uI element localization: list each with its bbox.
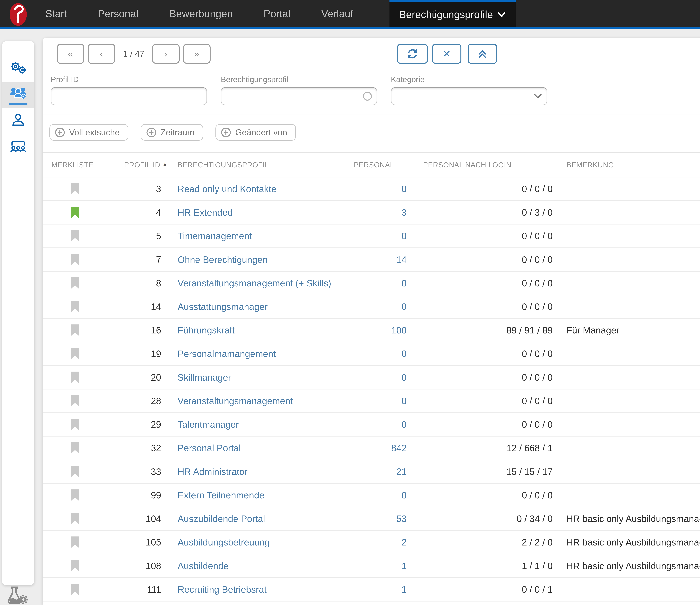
bookmark-toggle[interactable]: [71, 560, 79, 572]
lab-settings-icon[interactable]: [5, 586, 29, 604]
kategorie-select[interactable]: [391, 87, 547, 105]
profile-link[interactable]: Personal Portal: [178, 443, 241, 453]
profile-link[interactable]: HR Administrator: [178, 466, 248, 477]
personal-nach-login-cell: 0 / 0 / 0: [411, 184, 555, 194]
sidebar-item-personal[interactable]: [2, 108, 34, 135]
berechtigungsprofil-input[interactable]: [221, 88, 377, 104]
personal-count-link[interactable]: 53: [396, 513, 407, 524]
bookmark-toggle[interactable]: [71, 395, 79, 407]
header-berechtigungsprofil[interactable]: BERECHTIGUNGSPROFIL: [168, 161, 350, 169]
nav-item-portal[interactable]: Portal: [264, 8, 291, 20]
bookmark-toggle[interactable]: [71, 583, 79, 596]
refresh-button[interactable]: [397, 44, 428, 64]
personal-count-link[interactable]: 3: [401, 207, 407, 218]
profile-link[interactable]: Ausstattungsmanager: [178, 301, 268, 312]
bookmark-toggle[interactable]: [71, 253, 79, 266]
profil-id-cell: 8: [108, 278, 168, 289]
bookmark-toggle[interactable]: [71, 324, 79, 336]
tab-berechtigungsprofile[interactable]: Berechtigungsprofile: [390, 0, 516, 27]
rexx-logo-icon[interactable]: [9, 2, 27, 27]
profile-link[interactable]: Auszubildende Portal: [178, 513, 265, 524]
last-page-button[interactable]: »: [183, 44, 210, 64]
prev-page-button[interactable]: ‹: [88, 44, 115, 64]
clear-button[interactable]: ✕: [432, 44, 461, 64]
profile-link[interactable]: Veranstaltungsmanagement: [178, 396, 293, 406]
profile-link[interactable]: Veranstaltungsmanagement (+ Skills): [178, 278, 331, 288]
header-merkliste[interactable]: MERKLISTE: [43, 161, 108, 169]
personal-count-link[interactable]: 2: [401, 537, 407, 548]
sidebar-item-organisation[interactable]: [2, 135, 34, 161]
kategorie-label: Kategorie: [391, 75, 547, 84]
personal-count-link[interactable]: 1: [401, 561, 407, 571]
first-page-button[interactable]: «: [57, 44, 84, 64]
header-personal[interactable]: PERSONAL: [350, 161, 411, 169]
sidebar-item-administration[interactable]: [2, 56, 34, 82]
profile-link[interactable]: Recruiting Betriebsrat: [178, 584, 267, 595]
personal-count-link[interactable]: 0: [401, 278, 407, 288]
pagination: « ‹ 1 / 47 › »: [57, 44, 214, 64]
filter-chips: Volltextsuche Zeitraum Geändert von: [49, 124, 700, 141]
main-menu: Start Personal Bewerbungen Portal Verlau…: [45, 0, 353, 27]
profile-link[interactable]: Extern Teilnehmende: [178, 490, 265, 500]
sidebar-item-berechtigungsprofile[interactable]: [2, 82, 34, 108]
table-row: 111 Recruiting Betriebsrat 1 0 / 0 / 1: [43, 578, 700, 602]
header-bemerkung[interactable]: BEMERKUNG: [555, 161, 700, 169]
profile-link[interactable]: Read only und Kontakte: [178, 184, 276, 194]
personal-nach-login-cell: 0 / 0 / 1: [411, 584, 555, 595]
personal-count-link[interactable]: 100: [391, 325, 406, 335]
nav-item-start[interactable]: Start: [45, 8, 67, 20]
bookmark-toggle[interactable]: [71, 347, 79, 360]
header-profil-id[interactable]: PROFIL ID▲: [108, 161, 168, 169]
personal-count-link[interactable]: 0: [401, 419, 407, 430]
personal-count-link[interactable]: 21: [396, 466, 407, 477]
next-page-button[interactable]: ›: [152, 44, 180, 64]
bookmark-toggle[interactable]: [71, 277, 79, 289]
profile-link[interactable]: Ohne Berechtigungen: [178, 255, 268, 265]
table-row: 105 Ausbildungsbetreuung 2 2 / 2 / 0 HR …: [43, 531, 700, 554]
profile-link[interactable]: Führungskraft: [178, 325, 235, 335]
personal-count-link[interactable]: 0: [401, 231, 407, 241]
profile-link[interactable]: HR Extended: [178, 207, 233, 218]
bookmark-toggle[interactable]: [71, 206, 79, 219]
profile-link[interactable]: Personalmamangement: [178, 348, 276, 359]
personal-count-link[interactable]: 1: [401, 584, 407, 595]
add-filter-chip[interactable]: Volltextsuche: [49, 124, 128, 141]
bookmark-toggle[interactable]: [71, 371, 79, 384]
bookmark-toggle[interactable]: [71, 183, 79, 195]
profile-link[interactable]: Timemanagement: [178, 231, 252, 241]
profil-id-cell: 99: [108, 490, 168, 501]
bookmark-toggle[interactable]: [71, 442, 79, 454]
bookmark-toggle[interactable]: [71, 489, 79, 501]
personal-count-link[interactable]: 14: [396, 255, 407, 265]
personal-count-link[interactable]: 0: [401, 372, 407, 383]
personal-count-link[interactable]: 0: [401, 301, 407, 312]
table-row: 28 Veranstaltungsmanagement 0 0 / 0 / 0 …: [43, 389, 700, 413]
personal-count-link[interactable]: 0: [401, 184, 407, 194]
add-filter-chip[interactable]: Geändert von: [216, 124, 296, 141]
bookmark-toggle[interactable]: [71, 418, 79, 431]
plus-circle-icon: [146, 127, 156, 138]
profile-link[interactable]: Skillmanager: [178, 372, 231, 383]
nav-item-verlauf[interactable]: Verlauf: [321, 8, 353, 20]
personal-count-link[interactable]: 0: [401, 396, 407, 406]
add-filter-chip[interactable]: Zeitraum: [141, 124, 203, 141]
personal-nach-login-cell: 0 / 0 / 0: [411, 231, 555, 241]
bookmark-toggle[interactable]: [71, 513, 79, 525]
profile-link[interactable]: Talentmanager: [178, 419, 239, 430]
profil-id-input[interactable]: [51, 88, 206, 104]
personal-count-link[interactable]: 0: [401, 348, 407, 359]
header-personal-nach-login[interactable]: PERSONAL NACH LOGIN: [411, 161, 555, 169]
profile-link[interactable]: Ausbildende: [178, 561, 229, 571]
personal-nach-login-cell: 2 / 2 / 0: [411, 537, 555, 548]
collapse-top-button[interactable]: [468, 44, 497, 64]
nav-item-personal[interactable]: Personal: [98, 8, 139, 20]
personal-nach-login-cell: 0 / 0 / 0: [411, 348, 555, 359]
bookmark-toggle[interactable]: [71, 300, 79, 313]
nav-item-bewerbungen[interactable]: Bewerbungen: [169, 8, 233, 20]
personal-count-link[interactable]: 0: [401, 490, 407, 500]
bookmark-toggle[interactable]: [71, 230, 79, 242]
personal-count-link[interactable]: 842: [391, 443, 406, 453]
profile-link[interactable]: Ausbildungsbetreuung: [178, 537, 270, 548]
bookmark-toggle[interactable]: [71, 536, 79, 549]
bookmark-toggle[interactable]: [71, 465, 79, 478]
